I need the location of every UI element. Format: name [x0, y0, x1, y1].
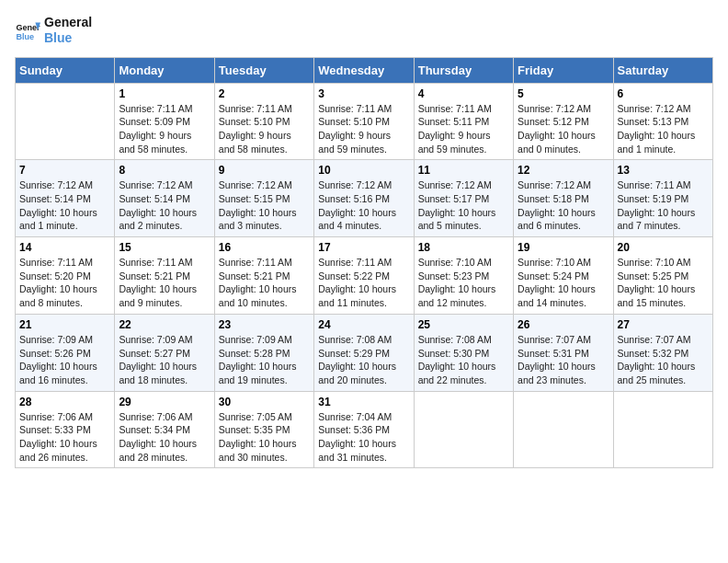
day-info: Sunrise: 7:09 AMSunset: 5:26 PMDaylight:…	[19, 333, 110, 387]
day-number: 3	[318, 87, 409, 100]
day-number: 9	[219, 164, 310, 177]
day-number: 16	[219, 241, 310, 254]
calendar-cell: 22Sunrise: 7:09 AMSunset: 5:27 PMDayligh…	[115, 314, 214, 391]
day-info: Sunrise: 7:12 AMSunset: 5:14 PMDaylight:…	[119, 178, 210, 233]
day-info: Sunrise: 7:11 AMSunset: 5:21 PMDaylight:…	[219, 256, 310, 310]
day-number: 12	[518, 164, 609, 177]
svg-text:Blue: Blue	[16, 32, 34, 41]
day-info: Sunrise: 7:05 AMSunset: 5:35 PMDaylight:…	[219, 410, 310, 465]
calendar-table: SundayMondayTuesdayWednesdayThursdayFrid…	[15, 57, 713, 469]
day-number: 17	[318, 241, 409, 254]
day-info: Sunrise: 7:06 AMSunset: 5:33 PMDaylight:…	[19, 410, 110, 465]
calendar-cell: 14Sunrise: 7:11 AMSunset: 5:20 PMDayligh…	[16, 237, 115, 315]
calendar-cell: 28Sunrise: 7:06 AMSunset: 5:33 PMDayligh…	[16, 391, 115, 468]
day-number: 2	[219, 87, 310, 100]
calendar-cell: 3Sunrise: 7:11 AMSunset: 5:10 PMDaylight…	[314, 83, 414, 160]
week-row-2: 14Sunrise: 7:11 AMSunset: 5:20 PMDayligh…	[16, 237, 713, 315]
calendar-cell: 11Sunrise: 7:12 AMSunset: 5:17 PMDayligh…	[414, 160, 513, 237]
calendar-cell: 15Sunrise: 7:11 AMSunset: 5:21 PMDayligh…	[115, 237, 214, 315]
day-number: 21	[19, 318, 110, 331]
day-number: 4	[418, 87, 509, 100]
calendar-cell: 26Sunrise: 7:07 AMSunset: 5:31 PMDayligh…	[514, 314, 613, 391]
calendar-cell: 19Sunrise: 7:10 AMSunset: 5:24 PMDayligh…	[514, 237, 613, 315]
calendar-cell: 16Sunrise: 7:11 AMSunset: 5:21 PMDayligh…	[214, 237, 313, 315]
calendar-cell	[414, 391, 513, 468]
calendar-cell: 20Sunrise: 7:10 AMSunset: 5:25 PMDayligh…	[613, 237, 712, 315]
logo: General Blue General Blue	[15, 15, 92, 46]
day-number: 22	[119, 318, 210, 331]
day-info: Sunrise: 7:11 AMSunset: 5:21 PMDaylight:…	[119, 256, 210, 310]
day-info: Sunrise: 7:06 AMSunset: 5:34 PMDaylight:…	[119, 410, 210, 465]
header-day-wednesday: Wednesday	[314, 57, 414, 83]
header-day-tuesday: Tuesday	[214, 57, 313, 83]
logo-general: General	[44, 15, 92, 30]
day-info: Sunrise: 7:10 AMSunset: 5:25 PMDaylight:…	[618, 256, 709, 310]
day-info: Sunrise: 7:08 AMSunset: 5:30 PMDaylight:…	[418, 333, 509, 387]
day-number: 25	[418, 318, 509, 331]
calendar-cell: 4Sunrise: 7:11 AMSunset: 5:11 PMDaylight…	[414, 83, 513, 160]
calendar-cell: 7Sunrise: 7:12 AMSunset: 5:14 PMDaylight…	[16, 160, 115, 237]
day-info: Sunrise: 7:12 AMSunset: 5:15 PMDaylight:…	[219, 178, 310, 233]
day-info: Sunrise: 7:12 AMSunset: 5:14 PMDaylight:…	[19, 178, 110, 233]
day-info: Sunrise: 7:11 AMSunset: 5:09 PMDaylight:…	[119, 102, 210, 156]
day-info: Sunrise: 7:10 AMSunset: 5:24 PMDaylight:…	[518, 256, 609, 310]
day-number: 13	[618, 164, 709, 177]
week-row-4: 28Sunrise: 7:06 AMSunset: 5:33 PMDayligh…	[16, 391, 713, 468]
header-day-sunday: Sunday	[16, 57, 115, 83]
day-number: 14	[19, 241, 110, 254]
day-number: 23	[219, 318, 310, 331]
header-day-saturday: Saturday	[613, 57, 712, 83]
day-info: Sunrise: 7:12 AMSunset: 5:17 PMDaylight:…	[418, 178, 509, 233]
calendar-cell: 25Sunrise: 7:08 AMSunset: 5:30 PMDayligh…	[414, 314, 513, 391]
calendar-cell: 13Sunrise: 7:11 AMSunset: 5:19 PMDayligh…	[613, 160, 712, 237]
calendar-cell: 6Sunrise: 7:12 AMSunset: 5:13 PMDaylight…	[613, 83, 712, 160]
day-info: Sunrise: 7:07 AMSunset: 5:32 PMDaylight:…	[618, 333, 709, 387]
day-info: Sunrise: 7:09 AMSunset: 5:28 PMDaylight:…	[219, 333, 310, 387]
day-number: 11	[418, 164, 509, 177]
day-number: 19	[518, 241, 609, 254]
day-info: Sunrise: 7:11 AMSunset: 5:11 PMDaylight:…	[418, 102, 509, 156]
day-number: 29	[119, 396, 210, 408]
calendar-cell	[16, 83, 115, 160]
day-number: 26	[518, 318, 609, 331]
calendar-cell: 1Sunrise: 7:11 AMSunset: 5:09 PMDaylight…	[115, 83, 214, 160]
calendar-body: 1Sunrise: 7:11 AMSunset: 5:09 PMDaylight…	[16, 83, 713, 468]
header-day-monday: Monday	[115, 57, 214, 83]
calendar-cell: 18Sunrise: 7:10 AMSunset: 5:23 PMDayligh…	[414, 237, 513, 315]
day-number: 30	[219, 396, 310, 408]
week-row-3: 21Sunrise: 7:09 AMSunset: 5:26 PMDayligh…	[16, 314, 713, 391]
week-row-0: 1Sunrise: 7:11 AMSunset: 5:09 PMDaylight…	[16, 83, 713, 160]
day-info: Sunrise: 7:11 AMSunset: 5:10 PMDaylight:…	[318, 102, 409, 156]
day-info: Sunrise: 7:12 AMSunset: 5:18 PMDaylight:…	[518, 178, 609, 233]
calendar-cell	[514, 391, 613, 468]
day-number: 8	[119, 164, 210, 177]
day-info: Sunrise: 7:11 AMSunset: 5:20 PMDaylight:…	[19, 256, 110, 310]
day-info: Sunrise: 7:12 AMSunset: 5:12 PMDaylight:…	[518, 102, 609, 156]
day-info: Sunrise: 7:11 AMSunset: 5:10 PMDaylight:…	[219, 102, 310, 156]
calendar-cell: 9Sunrise: 7:12 AMSunset: 5:15 PMDaylight…	[214, 160, 313, 237]
calendar-cell: 24Sunrise: 7:08 AMSunset: 5:29 PMDayligh…	[314, 314, 414, 391]
day-number: 7	[19, 164, 110, 177]
day-number: 31	[318, 396, 409, 408]
day-info: Sunrise: 7:08 AMSunset: 5:29 PMDaylight:…	[318, 333, 409, 387]
day-number: 28	[19, 396, 110, 408]
page-header: General Blue General Blue	[15, 15, 713, 46]
day-number: 24	[318, 318, 409, 331]
header-day-friday: Friday	[514, 57, 613, 83]
day-info: Sunrise: 7:09 AMSunset: 5:27 PMDaylight:…	[119, 333, 210, 387]
calendar-cell: 27Sunrise: 7:07 AMSunset: 5:32 PMDayligh…	[613, 314, 712, 391]
calendar-cell: 30Sunrise: 7:05 AMSunset: 5:35 PMDayligh…	[214, 391, 313, 468]
calendar-cell: 2Sunrise: 7:11 AMSunset: 5:10 PMDaylight…	[214, 83, 313, 160]
day-info: Sunrise: 7:12 AMSunset: 5:16 PMDaylight:…	[318, 178, 409, 233]
calendar-cell: 31Sunrise: 7:04 AMSunset: 5:36 PMDayligh…	[314, 391, 414, 468]
day-info: Sunrise: 7:07 AMSunset: 5:31 PMDaylight:…	[518, 333, 609, 387]
calendar-cell: 12Sunrise: 7:12 AMSunset: 5:18 PMDayligh…	[514, 160, 613, 237]
calendar-cell: 29Sunrise: 7:06 AMSunset: 5:34 PMDayligh…	[115, 391, 214, 468]
logo-icon: General Blue	[15, 17, 40, 43]
week-row-1: 7Sunrise: 7:12 AMSunset: 5:14 PMDaylight…	[16, 160, 713, 237]
calendar-cell: 8Sunrise: 7:12 AMSunset: 5:14 PMDaylight…	[115, 160, 214, 237]
day-number: 5	[518, 87, 609, 100]
day-info: Sunrise: 7:10 AMSunset: 5:23 PMDaylight:…	[418, 256, 509, 310]
day-number: 10	[318, 164, 409, 177]
calendar-cell	[613, 391, 712, 468]
